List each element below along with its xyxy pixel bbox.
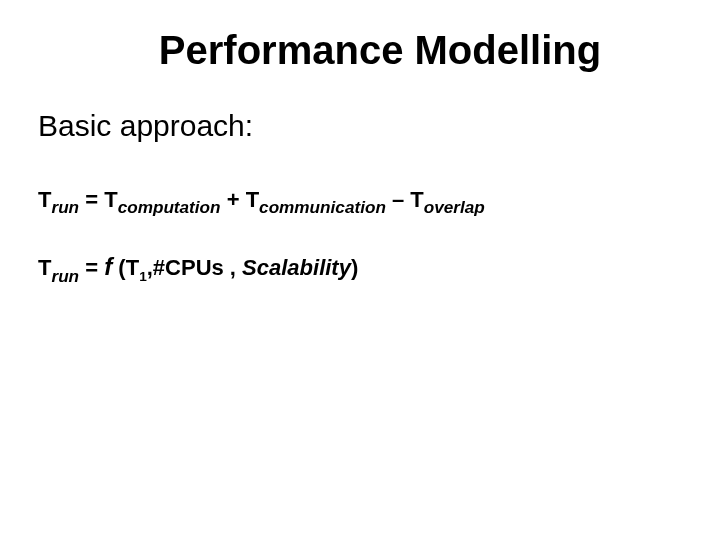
eq2-equals: = (79, 255, 104, 280)
equation-2: Trun = f (T1,#CPUs , Scalability) (38, 250, 682, 286)
eq2-T-run-sub: run (51, 266, 79, 286)
slide-container: Performance Modelling Basic approach: Tr… (0, 0, 720, 540)
eq1-T-comm-T: T (246, 187, 259, 212)
eq1-equals: = (79, 187, 104, 212)
eq2-cpus: #CPUs , (153, 255, 242, 280)
eq1-T-overlap-sub: overlap (424, 197, 485, 217)
eq1-T-comp-T: T (104, 187, 117, 212)
eq1-T-run-T: T (38, 187, 51, 212)
eq1-T-overlap-T: T (410, 187, 423, 212)
eq1-T-comp-sub: computation (118, 197, 221, 217)
eq1-minus: – (386, 187, 410, 212)
eq2-scalability: Scalability (242, 255, 351, 280)
slide-subtitle: Basic approach: (38, 109, 682, 143)
eq2-open-paren-T: (T (112, 255, 139, 280)
eq1-T-comm-sub: communication (259, 197, 386, 217)
eq1-plus: + (221, 187, 246, 212)
equation-1-line: Trun = Tcomputation + Tcommunication – T… (38, 185, 682, 218)
eq2-T-run-T: T (38, 255, 51, 280)
slide-title: Performance Modelling (38, 28, 682, 73)
eq2-T1-sub: 1 (139, 269, 147, 284)
eq1-T-run-sub: run (51, 197, 79, 217)
equation-1: Trun = Tcomputation + Tcommunication – T… (38, 185, 682, 218)
eq2-close-paren: ) (351, 255, 358, 280)
equation-2-line: Trun = f (T1,#CPUs , Scalability) (38, 250, 682, 286)
